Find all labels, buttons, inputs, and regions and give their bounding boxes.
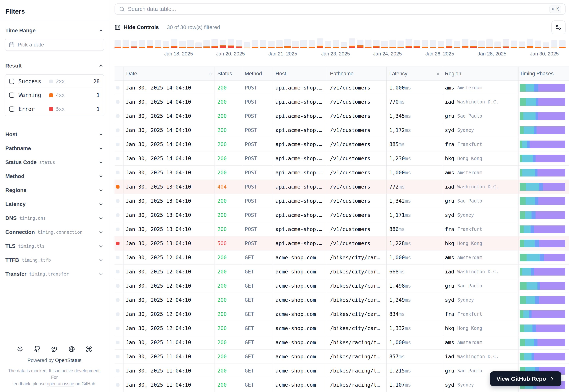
histogram-bar[interactable] — [187, 40, 194, 48]
result-section-toggle[interactable]: Result — [0, 63, 109, 69]
histogram-bar[interactable] — [527, 39, 533, 48]
histogram-bar[interactable] — [244, 42, 250, 48]
table-row[interactable]: Jan 30, 2025 12:04:10200GETacme-shop.com… — [114, 321, 569, 336]
histogram-bar[interactable] — [123, 40, 129, 48]
table-row[interactable]: Jan 30, 2025 14:04:10200POSTapi.acme-sho… — [114, 123, 569, 137]
histogram-bar[interactable] — [236, 40, 242, 48]
time-range-section-toggle[interactable]: Time Range — [0, 28, 109, 34]
histogram-bar[interactable] — [155, 40, 161, 48]
view-github-repo-button[interactable]: View GitHub Repo — [490, 371, 561, 386]
histogram-bar[interactable] — [163, 41, 169, 48]
histogram-bar[interactable] — [438, 41, 444, 48]
histogram-bar[interactable] — [494, 42, 501, 48]
histogram-bar[interactable] — [292, 41, 299, 48]
histogram-bar[interactable] — [462, 39, 468, 48]
histogram-bar[interactable] — [478, 41, 485, 48]
hide-controls-button[interactable]: Hide Controls — [114, 24, 159, 30]
histogram-bar[interactable] — [131, 41, 137, 48]
histogram-bar[interactable] — [454, 41, 460, 48]
histogram-bar[interactable] — [211, 39, 218, 48]
sidebar-filter-transfer[interactable]: Transfertiming.transfer — [0, 267, 109, 281]
table-row[interactable]: Jan 30, 2025 14:04:10200POSTapi.acme-sho… — [114, 95, 569, 109]
histogram-bar[interactable] — [300, 40, 307, 48]
histogram-bar[interactable] — [268, 41, 274, 48]
histogram-bar[interactable] — [195, 42, 202, 48]
histogram-bar[interactable] — [325, 41, 331, 48]
table-row[interactable]: Jan 30, 2025 13:04:10404POSTapi.acme-sho… — [114, 180, 569, 194]
histogram-bar[interactable] — [405, 39, 412, 48]
github-icon[interactable] — [34, 346, 41, 352]
sidebar-filter-regions[interactable]: Regions — [0, 183, 109, 197]
histogram-bar[interactable] — [357, 40, 363, 48]
date-picker-button[interactable]: Pick a date — [5, 39, 104, 51]
histogram-bar[interactable] — [171, 39, 178, 48]
histogram-bar[interactable] — [511, 41, 517, 48]
table-row[interactable]: Jan 30, 2025 12:04:10200GETacme-shop.com… — [114, 293, 569, 307]
error-checkbox[interactable] — [9, 107, 14, 112]
table-row[interactable]: Jan 30, 2025 13:04:10500POSTapi.acme-sho… — [114, 236, 569, 251]
sidebar-filter-pathname[interactable]: Pathname — [0, 141, 109, 155]
table-row[interactable]: Jan 30, 2025 12:04:10200GETacme-shop.com… — [114, 265, 569, 279]
histogram-bar[interactable] — [309, 40, 315, 48]
histogram-bar[interactable] — [470, 40, 476, 48]
twitter-icon[interactable] — [51, 346, 58, 352]
globe-icon[interactable] — [69, 346, 75, 352]
table-row[interactable]: Jan 30, 2025 12:04:10200GETacme-shop.com… — [114, 251, 569, 265]
sidebar-filter-host[interactable]: Host — [0, 127, 109, 141]
header-date[interactable]: Date — [124, 67, 215, 81]
table-row[interactable]: Jan 30, 2025 12:04:10200GETacme-shop.com… — [114, 307, 569, 321]
histogram-bar[interactable] — [147, 40, 153, 48]
sidebar-filter-status-code[interactable]: Status Codestatus — [0, 155, 109, 169]
histogram-bar[interactable] — [486, 39, 493, 48]
histogram-bar[interactable] — [381, 41, 388, 48]
table-row[interactable]: Jan 30, 2025 11:04:10200GETacme-shop.com… — [114, 350, 569, 364]
search-input[interactable] — [128, 6, 546, 12]
histogram-bar[interactable] — [349, 38, 355, 48]
histogram-bar[interactable] — [365, 40, 372, 48]
histogram-bar[interactable] — [260, 40, 266, 48]
histogram-bar[interactable] — [373, 40, 379, 48]
table-row[interactable]: Jan 30, 2025 14:04:10200POSTapi.acme-sho… — [114, 152, 569, 166]
table-row[interactable]: Jan 30, 2025 14:04:10200POSTapi.acme-sho… — [114, 137, 569, 152]
histogram-bar[interactable] — [203, 40, 210, 48]
openstatus-link[interactable]: OpenStatus — [55, 357, 81, 363]
sidebar-filter-ttfb[interactable]: TTFBtiming.ttfb — [0, 253, 109, 267]
table-row[interactable]: Jan 30, 2025 13:04:10200POSTapi.acme-sho… — [114, 222, 569, 236]
warning-checkbox[interactable] — [9, 93, 14, 98]
histogram-bar[interactable] — [317, 38, 323, 48]
theme-sun-icon[interactable] — [17, 346, 23, 352]
table-row[interactable]: Jan 30, 2025 13:04:10200POSTapi.acme-sho… — [114, 166, 569, 180]
sidebar-filter-latency[interactable]: Latency — [0, 197, 109, 211]
result-option-warning[interactable]: Warning 4xx 1 — [5, 88, 104, 102]
histogram-bar[interactable] — [276, 40, 283, 48]
histogram-bar[interactable] — [179, 41, 185, 48]
histogram-bar[interactable] — [284, 39, 291, 48]
table-row[interactable]: Jan 30, 2025 13:04:10200POSTapi.acme-sho… — [114, 194, 569, 208]
histogram-bar[interactable] — [252, 40, 258, 48]
histogram-bar[interactable] — [341, 42, 347, 48]
view-options-button[interactable] — [551, 20, 566, 34]
histogram-bar[interactable] — [398, 41, 404, 48]
histogram-bar[interactable] — [389, 40, 396, 48]
result-option-error[interactable]: Error 5xx 1 — [5, 102, 104, 116]
result-option-success[interactable]: Success 2xx 28 — [5, 75, 104, 88]
open-issue-link[interactable]: open an issue — [47, 381, 74, 386]
histogram-bar[interactable] — [139, 40, 145, 48]
histogram-bar[interactable] — [333, 40, 339, 48]
sidebar-filter-connection[interactable]: Connectiontiming.connection — [0, 225, 109, 239]
histogram-bar[interactable] — [430, 40, 436, 48]
histogram-bar[interactable] — [422, 40, 428, 48]
histogram-bar[interactable] — [414, 40, 420, 48]
sidebar-filter-method[interactable]: Method — [0, 169, 109, 183]
histogram-bar[interactable] — [114, 40, 121, 48]
histogram-bar[interactable] — [535, 41, 541, 48]
table-row[interactable]: Jan 30, 2025 12:04:10200GETacme-shop.com… — [114, 279, 569, 293]
histogram-bar[interactable] — [559, 40, 565, 48]
histogram-bar[interactable] — [446, 39, 452, 48]
table-row[interactable]: Jan 30, 2025 14:04:10200POSTapi.acme-sho… — [114, 81, 569, 95]
histogram-bar[interactable] — [220, 40, 226, 48]
histogram-bar[interactable] — [228, 39, 234, 48]
histogram-bar[interactable] — [503, 39, 509, 48]
histogram-bar[interactable] — [519, 42, 525, 48]
table-row[interactable]: Jan 30, 2025 14:04:10200POSTapi.acme-sho… — [114, 109, 569, 123]
